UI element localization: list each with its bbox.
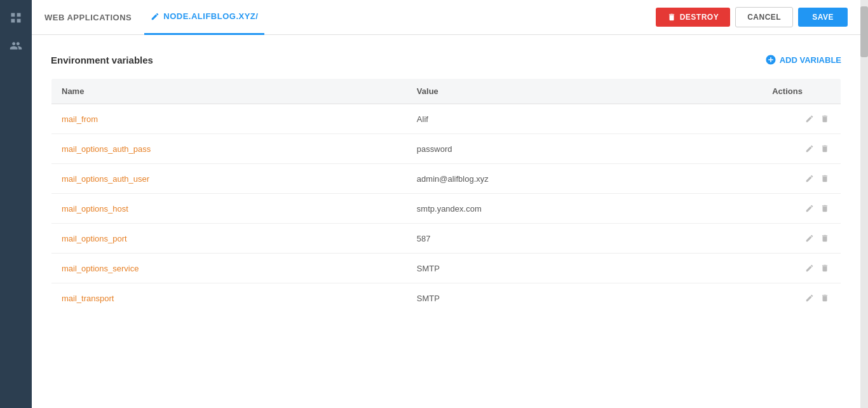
tab-label: NODE.ALIFBLOG.XYZ/ bbox=[163, 11, 258, 21]
pencil-icon bbox=[805, 174, 814, 183]
table-row: mail_fromAlif bbox=[51, 104, 841, 134]
sidebar-icon-grid[interactable] bbox=[4, 6, 27, 29]
action-icons bbox=[772, 113, 831, 125]
cell-actions bbox=[762, 194, 841, 224]
delete-icon bbox=[820, 234, 829, 243]
action-icons bbox=[772, 292, 831, 304]
col-header-name: Name bbox=[51, 79, 407, 104]
edit-row-button[interactable] bbox=[804, 292, 815, 304]
cell-value: SMTP bbox=[407, 254, 762, 283]
table-row: mail_options_auth_passpassword bbox=[51, 134, 841, 164]
section-header: Environment variables ADD VARIABLE bbox=[51, 54, 841, 65]
sidebar bbox=[0, 0, 32, 408]
edit-row-button[interactable] bbox=[804, 113, 815, 125]
scrollbar[interactable] bbox=[860, 0, 868, 408]
pencil-icon bbox=[805, 234, 814, 243]
cell-name: mail_options_port bbox=[51, 224, 407, 254]
table-row: mail_options_port587 bbox=[51, 224, 841, 254]
cell-actions bbox=[762, 134, 841, 164]
table-row: mail_options_auth_useradmin@alifblog.xyz bbox=[51, 164, 841, 194]
cell-actions bbox=[762, 224, 841, 254]
table-row: mail_options_hostsmtp.yandex.com bbox=[51, 194, 841, 224]
cell-actions bbox=[762, 104, 841, 134]
cell-name: mail_transport bbox=[51, 283, 407, 313]
header: WEB APPLICATIONS NODE.ALIFBLOG.XYZ/ DEST… bbox=[32, 0, 860, 35]
cell-actions bbox=[762, 283, 841, 313]
delete-row-button[interactable] bbox=[819, 203, 831, 214]
cell-name: mail_options_auth_user bbox=[51, 164, 407, 194]
delete-row-button[interactable] bbox=[819, 233, 831, 244]
app-container: WEB APPLICATIONS NODE.ALIFBLOG.XYZ/ DEST… bbox=[0, 0, 868, 408]
table-row: mail_options_serviceSMTP bbox=[51, 254, 841, 283]
delete-icon bbox=[820, 114, 829, 123]
section-title: Environment variables bbox=[51, 55, 153, 65]
save-button[interactable]: SAVE bbox=[798, 8, 848, 27]
sidebar-icon-users[interactable] bbox=[4, 34, 27, 57]
table-header-row: Name Value Actions bbox=[51, 79, 841, 104]
edit-row-button[interactable] bbox=[804, 262, 815, 274]
cancel-button[interactable]: CANCEL bbox=[735, 7, 793, 27]
pencil-icon bbox=[805, 264, 814, 273]
cell-name: mail_options_auth_pass bbox=[51, 134, 407, 164]
add-circle-icon bbox=[765, 54, 776, 65]
action-icons bbox=[772, 203, 831, 214]
delete-row-button[interactable] bbox=[819, 173, 831, 184]
table-row: mail_transportSMTP bbox=[51, 283, 841, 313]
delete-icon bbox=[820, 174, 829, 183]
delete-icon bbox=[820, 264, 829, 273]
cell-name: mail_options_host bbox=[51, 194, 407, 224]
nav-label: WEB APPLICATIONS bbox=[44, 13, 132, 22]
cell-actions bbox=[762, 164, 841, 194]
delete-row-button[interactable] bbox=[819, 143, 831, 154]
action-icons bbox=[772, 143, 831, 154]
action-icons bbox=[772, 173, 831, 184]
edit-row-button[interactable] bbox=[804, 233, 815, 244]
add-variable-button[interactable]: ADD VARIABLE bbox=[765, 54, 841, 65]
edit-row-button[interactable] bbox=[804, 203, 815, 214]
delete-row-button[interactable] bbox=[819, 292, 831, 304]
header-tab[interactable]: NODE.ALIFBLOG.XYZ/ bbox=[144, 0, 264, 35]
pencil-icon bbox=[805, 114, 814, 123]
main-area: WEB APPLICATIONS NODE.ALIFBLOG.XYZ/ DEST… bbox=[32, 0, 860, 408]
cell-value: smtp.yandex.com bbox=[407, 194, 762, 224]
col-header-actions: Actions bbox=[762, 79, 841, 104]
cell-actions bbox=[762, 254, 841, 283]
cell-value: admin@alifblog.xyz bbox=[407, 164, 762, 194]
env-table: Name Value Actions mail_fromAlifmail_opt… bbox=[51, 78, 841, 313]
destroy-button[interactable]: DESTROY bbox=[656, 8, 731, 27]
col-header-value: Value bbox=[407, 79, 762, 104]
pencil-icon bbox=[805, 144, 814, 153]
cell-value: 587 bbox=[407, 224, 762, 254]
delete-icon bbox=[820, 294, 829, 303]
action-icons bbox=[772, 233, 831, 244]
edit-row-button[interactable] bbox=[804, 143, 815, 154]
delete-row-button[interactable] bbox=[819, 113, 831, 125]
cell-name: mail_options_service bbox=[51, 254, 407, 283]
cell-value: Alif bbox=[407, 104, 762, 134]
cell-value: password bbox=[407, 134, 762, 164]
pencil-icon bbox=[805, 204, 814, 213]
cell-name: mail_from bbox=[51, 104, 407, 134]
edit-row-button[interactable] bbox=[804, 173, 815, 184]
header-actions: DESTROY CANCEL SAVE bbox=[656, 7, 848, 27]
pencil-icon bbox=[805, 294, 814, 303]
edit-icon bbox=[151, 12, 159, 21]
action-icons bbox=[772, 262, 831, 274]
delete-icon bbox=[820, 204, 829, 213]
delete-row-button[interactable] bbox=[819, 262, 831, 274]
trash-icon bbox=[667, 13, 676, 22]
cell-value: SMTP bbox=[407, 283, 762, 313]
scrollbar-thumb[interactable] bbox=[860, 6, 868, 57]
delete-icon bbox=[820, 144, 829, 153]
content-area: Environment variables ADD VARIABLE Name … bbox=[32, 35, 860, 408]
